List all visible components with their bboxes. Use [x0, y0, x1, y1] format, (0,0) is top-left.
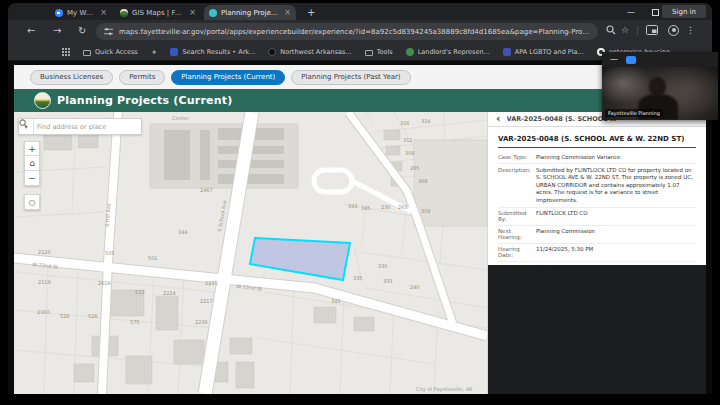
bookmark-tools[interactable]: Tools: [365, 48, 393, 56]
toolbar-divider: |: [636, 25, 639, 35]
bookmark-star-icon[interactable]: ☆: [621, 25, 629, 35]
picture-in-picture-icon[interactable]: [646, 25, 658, 35]
parcel-label: 2119: [38, 279, 51, 285]
browser-menu-icon[interactable]: ⋮: [686, 25, 695, 35]
folder-icon: [365, 50, 373, 56]
parcel-label: 314: [421, 118, 431, 124]
panel-header-title: VAR-2025-0048 (S. SCHOOL …: [507, 115, 617, 123]
content-area: S School Ave S Hill Ave W 22nd St W 22nd…: [14, 112, 706, 394]
parcel-label: 528: [60, 313, 70, 319]
page-title: Planning Projects (Current): [57, 94, 232, 107]
parcel-label: 501: [148, 255, 158, 261]
tab-planning-projects-current[interactable]: Planning Projects (Current): [171, 70, 285, 85]
screen: My Webinars - Zoom × GIS Maps | Fayettev…: [0, 0, 720, 405]
browser-tab-gis-maps[interactable]: GIS Maps | Fayetteville, AR - Ci ×: [115, 5, 201, 20]
parcel-label: 343: [331, 298, 341, 304]
home-extent-button[interactable]: ⌂: [24, 156, 40, 171]
site-info-icon[interactable]: [104, 27, 113, 36]
parcel-label: 230: [381, 204, 391, 210]
tab-close-icon[interactable]: ×: [189, 9, 196, 17]
field-hearing-date: Hearing Date:11/24/2025, 5:30 PM: [498, 244, 696, 262]
parcel-label: 2235: [205, 280, 218, 286]
search-input[interactable]: [34, 119, 126, 134]
reload-button[interactable]: ↻: [78, 25, 86, 36]
browser-tab-zoom[interactable]: My Webinars - Zoom ×: [50, 5, 112, 20]
bookmark-search-results[interactable]: Search Results • Ark...: [170, 48, 255, 56]
search-icon: [19, 119, 28, 128]
parcel-label: 2467: [200, 187, 213, 193]
map-graphics: S School Ave S Hill Ave W 22nd St W 22nd…: [14, 112, 487, 394]
parcel-label: 308: [405, 150, 415, 156]
parcel-label: 2120: [38, 249, 51, 255]
field-case-type: Case Type:Planning Commission Variance: [498, 151, 696, 164]
map-attribution: City of Fayetteville, AR: [416, 386, 473, 392]
bookmark-northwest-arkansas[interactable]: Northwest Arkansas...: [268, 48, 351, 56]
parcel-label: 335: [353, 275, 363, 281]
parcel-label: 2160: [37, 309, 50, 315]
zoom-in-button[interactable]: +: [24, 141, 40, 156]
map-zoom-controls: + ⌂ −: [24, 141, 40, 186]
parcel-label: 526: [88, 313, 98, 319]
parcel-label: 2224: [163, 290, 176, 296]
zoom-page-icon[interactable]: [606, 25, 616, 35]
zoom-out-button[interactable]: −: [24, 171, 40, 186]
parcel-label: 333: [383, 278, 393, 284]
map-canvas[interactable]: S School Ave S Hill Ave W 22nd St W 22nd…: [14, 112, 487, 394]
bookmark-favicon-icon: [503, 48, 511, 56]
parcel-label: 343: [348, 203, 358, 209]
browser-toolbar: ← → ↻ maps.fayetteville-ar.gov/portal/ap…: [8, 20, 712, 44]
tab-title: Planning Projects (Current) | D: [221, 9, 280, 17]
tab-close-icon[interactable]: ×: [284, 9, 291, 17]
tab-planning-projects-past-year[interactable]: Planning Projects (Past Year): [291, 70, 410, 85]
tab-permits[interactable]: Permits: [119, 70, 165, 85]
parcel-label: 344: [178, 229, 188, 235]
map-label-center: Center: [172, 115, 190, 121]
participant-name-label: Fayetteville Planning: [605, 109, 663, 117]
bookmark-apa-lgbtq[interactable]: APA LGBTQ and Pla...: [503, 48, 584, 56]
browser-tab-planning-projects[interactable]: Planning Projects (Current) | D ×: [204, 5, 296, 20]
bookmark-favicon-icon: [268, 48, 276, 56]
tab-close-icon[interactable]: ×: [100, 9, 107, 17]
bookmark-pin[interactable]: ✦: [151, 48, 158, 57]
zoom-favicon-icon: [55, 9, 63, 17]
zoom-video-window[interactable]: — Fayetteville Planning: [602, 52, 718, 120]
pin-icon: ✦: [151, 48, 158, 57]
parcel-label: 368: [418, 178, 428, 184]
minimize-button[interactable]: —: [627, 8, 635, 17]
back-chevron-icon[interactable]: ‹: [496, 114, 501, 124]
address-bar[interactable]: maps.fayetteville-ar.gov/portal/apps/exp…: [96, 23, 598, 40]
video-camera-button[interactable]: [626, 56, 636, 64]
folder-icon: [83, 50, 91, 56]
new-tab-button[interactable]: +: [307, 7, 315, 18]
field-description: Description:Submitted by FLINTLOCK LTD C…: [498, 164, 696, 207]
restore-window-button[interactable]: [652, 9, 659, 16]
forward-button[interactable]: →: [53, 25, 61, 36]
sign-in-button[interactable]: Sign in: [662, 5, 706, 18]
profile-avatar-icon[interactable]: [668, 25, 679, 36]
my-location-button[interactable]: ○: [24, 194, 40, 210]
parcel-label: 2217: [200, 298, 213, 304]
back-button[interactable]: ←: [27, 25, 35, 36]
url-text: maps.fayetteville-ar.gov/portal/apps/exp…: [119, 28, 590, 36]
detail-panel: ‹ VAR-2025-0048 (S. SCHOOL … VAR-2025-00…: [487, 112, 706, 394]
browser-tabstrip: My Webinars - Zoom × GIS Maps | Fayettev…: [8, 3, 712, 20]
bookmark-favicon-icon: [170, 48, 178, 56]
bookmark-landlords[interactable]: Landlord's Represen...: [406, 48, 490, 56]
parcel-label: 575: [130, 319, 140, 325]
field-next-hearing: Next Hearing:Planning Commission: [498, 226, 696, 244]
experience-builder-favicon-icon: [209, 9, 217, 17]
parcel-label: 312: [403, 137, 413, 143]
field-hearing-location: Hearing Location:City Hall: [498, 262, 696, 265]
bookmark-favicon-icon: [406, 48, 414, 56]
apps-grid-icon[interactable]: [62, 48, 70, 56]
map-search-box[interactable]: ▾: [18, 118, 142, 135]
search-button[interactable]: [126, 119, 141, 134]
video-window-titlebar: —: [602, 52, 718, 67]
parcel-label: 2616: [98, 280, 111, 286]
tab-title: My Webinars - Zoom: [67, 9, 96, 17]
tab-business-licenses[interactable]: Business Licenses: [30, 70, 113, 85]
fayetteville-logo-icon: [34, 92, 51, 109]
video-minimize-button[interactable]: —: [610, 57, 618, 63]
parcel-label: 345: [361, 205, 371, 211]
bookmark-quick-access[interactable]: Quick Access: [83, 48, 138, 56]
